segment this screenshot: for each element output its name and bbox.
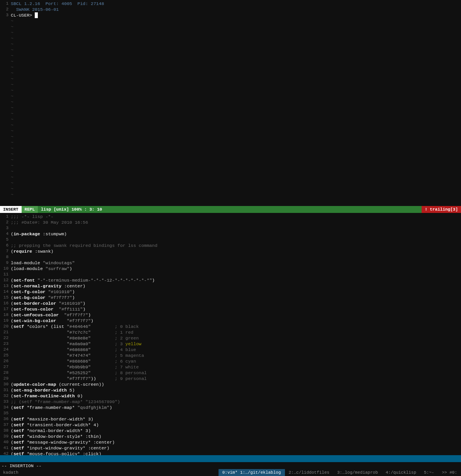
empty-line: ~	[0, 35, 461, 41]
editor-line-36: 36 (setf *maxsize-border-width* 3)	[0, 416, 461, 422]
editor-line-18: 18 (set-unfocus-color "#f7f7f7")	[0, 312, 461, 318]
editor-line-37: 37 (setf *transient-border-width* 4)	[0, 422, 461, 428]
empty-line: ~	[0, 157, 461, 163]
editor-line-34: 34 (setf *frame-number-map* "qsdfghjklm"…	[0, 405, 461, 410]
editor-line-40: 40 (setf *message-window-gravity* :cente…	[0, 439, 461, 445]
editor-line-23: 23 "#a0a0a0" ; 3 yellow	[0, 341, 461, 347]
empty-line: ~	[0, 99, 461, 105]
empty-line: ~	[0, 122, 461, 128]
empty-line: ~	[0, 30, 461, 35]
editor-line-33: 33 ;; (setf *frame-number-map* "12345678…	[0, 399, 461, 405]
editor-line-2: 2 ;;; #Date#: 30 May 2010 16:56	[0, 219, 461, 225]
top-terminal-pane[interactable]: 1 SBCL 1.2.16 Port: 4005 Pid: 27148 2 SW…	[0, 0, 461, 206]
editor-line-21: 21 "#7c7c7c" ; 1 red	[0, 329, 461, 335]
editor-line-24: 24 "#686868" ; 4 blue	[0, 347, 461, 353]
empty-line: ~	[0, 140, 461, 145]
empty-line: ~	[0, 134, 461, 140]
editor-line-11: 11	[0, 272, 461, 277]
bottom-editor-pane[interactable]: 1 ;;; -*- lisp -*- 2 ;;; #Date#: 30 May …	[0, 213, 461, 455]
insertion-mode-label: -- INSERTION --	[2, 463, 42, 468]
editor-line-5: 5	[0, 237, 461, 243]
empty-line: ~	[0, 64, 461, 70]
editor-line-12: 12 (set-font "-*-terminus-medium-*-*-*-1…	[0, 277, 461, 283]
tab-bar[interactable]: kadath 0:vim* 1:…/git/eklablog 2:…c/lidd…	[0, 469, 461, 476]
editor-line-14: 14 (set-fg-color "#101010")	[0, 289, 461, 295]
empty-line: ~	[0, 53, 461, 59]
editor-line-9: 9 load-module "windoutags"	[0, 260, 461, 266]
empty-line: ~	[0, 174, 461, 180]
editor-line-3: 3	[0, 225, 461, 231]
line-1: 1 SBCL 1.2.16 Port: 4005 Pid: 27148	[0, 1, 461, 7]
editor-line-32: 32 (set-frame-outline-width 0)	[0, 393, 461, 399]
empty-line: ~	[0, 116, 461, 122]
line-2: 2 SWANK 2015-06-01	[0, 7, 461, 12]
tab-hash[interactable]: >> #0:	[438, 469, 461, 476]
tab-5[interactable]: 5:~-	[420, 469, 438, 476]
empty-line: ~	[0, 59, 461, 64]
empty-line: ~	[0, 105, 461, 111]
editor-line-19: 19 (set-win-bg-color "#f7f7f7")	[0, 318, 461, 324]
empty-line: ~	[0, 128, 461, 134]
editor-line-8: 8	[0, 254, 461, 260]
empty-line: ~	[0, 93, 461, 99]
empty-line: ~	[0, 111, 461, 116]
empty-line: ~	[0, 88, 461, 93]
editor-line-16: 16 (set-border-color "#101010")	[0, 300, 461, 306]
empty-line: ~	[0, 151, 461, 157]
editor-line-13: 13 (set-normal-gravity :center)	[0, 283, 461, 289]
editor-line-38: 38 (setf *normal-border-width* 3)	[0, 428, 461, 434]
editor-line-26: 26 "#868686" ; 6 cyan	[0, 358, 461, 364]
empty-line: ~	[0, 41, 461, 47]
tab-1[interactable]: 0:vim* 1:…/git/eklablog	[219, 469, 285, 476]
empty-line: ~	[0, 70, 461, 76]
empty-line: ~	[0, 24, 461, 30]
tab-3[interactable]: 3:…log/mediaprob	[333, 469, 382, 476]
editor-line-29: 29 "#f7f7f7")) ; 9 personal	[0, 376, 461, 381]
editor-line-17: 17 (set-focus-color "#ff1111")	[0, 306, 461, 312]
editor-line-39: 39 (setf *window-border-style* :thin)	[0, 434, 461, 439]
trailing-warning: ! trailing[3]	[422, 206, 461, 213]
editor-line-35: 35	[0, 410, 461, 416]
empty-line: ~	[0, 145, 461, 151]
bottom-status-bar	[0, 455, 461, 462]
tab-2[interactable]: 2:…c/liddotfiles	[285, 469, 334, 476]
top-status-bar: INSERT REPL lisp [unix] 100% : 3: 10 ! t…	[0, 206, 461, 213]
editor-line-10: 10 (load-module "surfraw")	[0, 266, 461, 272]
tab-4[interactable]: 4:/quicklisp	[382, 469, 420, 476]
status-info: lisp [unix] 100% : 3: 10	[38, 206, 422, 213]
cursor	[35, 12, 38, 18]
empty-line: ~	[0, 18, 461, 24]
editor-line-1: 1 ;;; -*- lisp -*-	[0, 214, 461, 219]
line-3: 3 CL-USER>	[0, 12, 461, 18]
editor-line-4: 4 (in-package :stumpwm)	[0, 231, 461, 237]
editor-line-42: 42 (setf *mouse-focus-policy* :click)	[0, 451, 461, 455]
empty-line: ~	[0, 47, 461, 53]
empty-line: ~	[0, 163, 461, 169]
empty-line: ~	[0, 180, 461, 186]
insert-mode-badge: INSERT	[0, 206, 22, 213]
empty-line: ~	[0, 192, 461, 197]
editor-line-25: 25 "#747474" ; 5 magenta	[0, 353, 461, 358]
editor-line-27: 27 "#b9b9b9" ; 7 white	[0, 364, 461, 370]
empty-line: ~	[0, 76, 461, 82]
editor-line-41: 41 (setf *input-window-gravity* :center)	[0, 445, 461, 451]
editor-line-22: 22 "#8e8e8e" ; 2 green	[0, 335, 461, 341]
editor-line-28: 28 "#525252" ; 8 personal	[0, 370, 461, 376]
editor-line-30: 30 (update-color-map (current-screen))	[0, 381, 461, 387]
editor-line-20: 20 (setf *colors* (list "#464646" ; 0 bl…	[0, 324, 461, 329]
empty-line: ~	[0, 186, 461, 192]
editor-line-15: 15 (set-bg-color "#f7f7f7")	[0, 295, 461, 300]
editor-line-31: 31 (set-msg-border-width 5)	[0, 387, 461, 393]
editor-line-6: 6 ;; prepping the swank required binding…	[0, 243, 461, 248]
repl-tab[interactable]: REPL	[22, 206, 38, 213]
empty-line: ~	[0, 169, 461, 174]
empty-line: ~	[0, 82, 461, 88]
username-label: kadath	[0, 470, 22, 475]
command-line: -- INSERTION --	[0, 462, 461, 469]
editor-line-7: 7 (require :swank)	[0, 248, 461, 254]
